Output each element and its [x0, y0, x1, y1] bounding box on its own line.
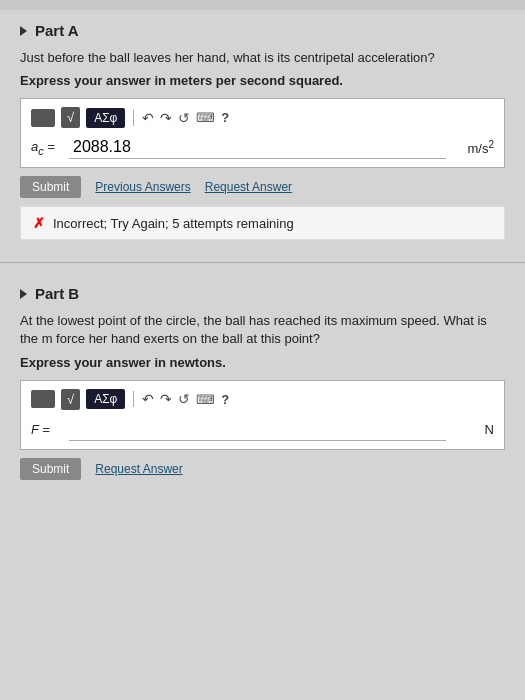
part-b-request-answer-button[interactable]: Request Answer: [95, 462, 182, 476]
part-a-answer-box: √ AΣφ ↶ ↷ ↺ ⌨ ? ac = m/s2: [20, 98, 505, 168]
part-b-variable: F =: [31, 422, 61, 437]
part-a-undo-btn[interactable]: ↶: [142, 110, 154, 126]
part-a-square-icon-btn[interactable]: [31, 109, 55, 127]
part-b-keyboard-btn[interactable]: ⌨: [196, 392, 215, 407]
part-a-sigma-btn[interactable]: AΣφ: [86, 108, 125, 128]
part-a-unit: m/s2: [454, 139, 494, 156]
part-a-submit-row: Submit Previous Answers Request Answer: [20, 176, 505, 198]
part-a-title: Part A: [35, 22, 79, 39]
part-a-previous-answers-button[interactable]: Previous Answers: [95, 180, 190, 194]
collapse-triangle-a[interactable]: [20, 26, 27, 36]
part-b-square-icon-btn[interactable]: [31, 390, 55, 408]
part-b-help-btn[interactable]: ?: [221, 392, 229, 407]
part-b-question: At the lowest point of the circle, the b…: [20, 312, 505, 348]
toolbar-sep-1: [133, 110, 134, 126]
part-b-section: Part B At the lowest point of the circle…: [0, 273, 525, 499]
part-b-input-row: F = N: [31, 418, 494, 441]
part-b-redo-btn[interactable]: ↷: [160, 391, 172, 407]
part-b-input[interactable]: [69, 418, 446, 441]
part-a-sqrt-btn[interactable]: √: [61, 107, 80, 128]
part-b-toolbar: √ AΣφ ↶ ↷ ↺ ⌨ ?: [31, 389, 494, 410]
part-b-unit: N: [454, 422, 494, 437]
part-b-submit-button[interactable]: Submit: [20, 458, 81, 480]
part-a-input[interactable]: [69, 136, 446, 159]
part-a-refresh-btn[interactable]: ↺: [178, 110, 190, 126]
part-b-instruction: Express your answer in newtons.: [20, 355, 505, 370]
sqrt-icon-b: √: [67, 392, 74, 407]
part-b-submit-row: Submit Request Answer: [20, 458, 505, 480]
part-a-header: Part A: [20, 22, 505, 39]
part-a-input-row: ac = m/s2: [31, 136, 494, 159]
part-b-sqrt-btn[interactable]: √: [61, 389, 80, 410]
incorrect-icon: ✗: [33, 215, 45, 231]
part-a-keyboard-btn[interactable]: ⌨: [196, 110, 215, 125]
part-b-header: Part B: [20, 285, 505, 302]
part-a-toolbar: √ AΣφ ↶ ↷ ↺ ⌨ ?: [31, 107, 494, 128]
part-a-instruction: Express your answer in meters per second…: [20, 73, 505, 88]
part-b-refresh-btn[interactable]: ↺: [178, 391, 190, 407]
part-a-feedback-box: ✗ Incorrect; Try Again; 5 attempts remai…: [20, 206, 505, 240]
part-a-redo-btn[interactable]: ↷: [160, 110, 172, 126]
part-b-sigma-btn[interactable]: AΣφ: [86, 389, 125, 409]
part-a-section: Part A Just before the ball leaves her h…: [0, 10, 525, 252]
part-a-feedback: Incorrect; Try Again; 5 attempts remaini…: [53, 216, 294, 231]
part-a-question: Just before the ball leaves her hand, wh…: [20, 49, 505, 67]
collapse-triangle-b[interactable]: [20, 289, 27, 299]
part-a-submit-button[interactable]: Submit: [20, 176, 81, 198]
part-b-title: Part B: [35, 285, 79, 302]
section-divider: [0, 262, 525, 263]
part-b-answer-box: √ AΣφ ↶ ↷ ↺ ⌨ ? F = N: [20, 380, 505, 450]
toolbar-sep-2: [133, 391, 134, 407]
sigma-label: AΣφ: [94, 111, 117, 125]
sqrt-icon: √: [67, 110, 74, 125]
part-a-help-btn[interactable]: ?: [221, 110, 229, 125]
part-a-request-answer-button[interactable]: Request Answer: [205, 180, 292, 194]
part-a-variable: ac =: [31, 139, 61, 157]
sigma-label-b: AΣφ: [94, 392, 117, 406]
part-b-undo-btn[interactable]: ↶: [142, 391, 154, 407]
